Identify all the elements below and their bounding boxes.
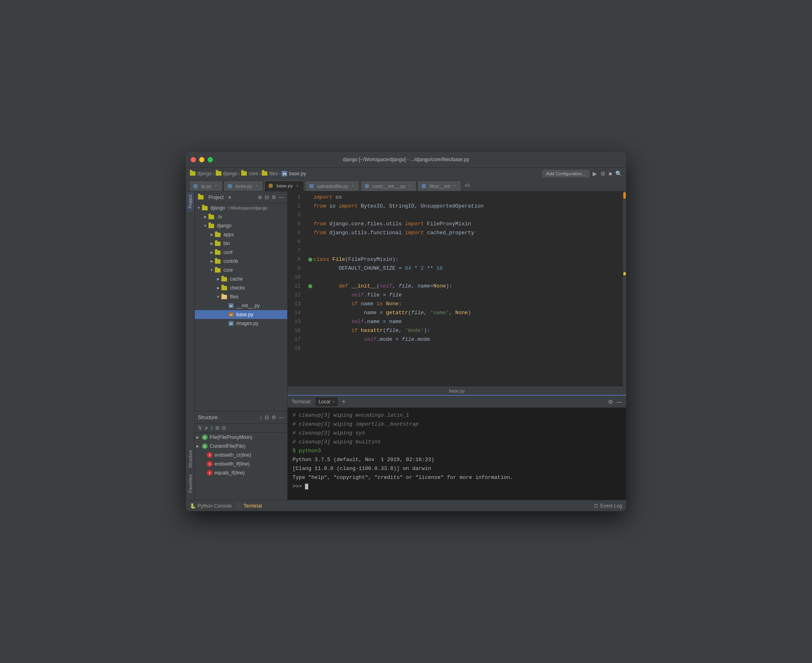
breadcrumb-sep2: › [239, 171, 240, 176]
code-editor[interactable]: 1 2 3 4 5 6 7 8 9 10 11 12 13 14 15 16 1 [288, 191, 626, 386]
terminal-close-icon[interactable]: × [332, 399, 334, 404]
struct-item-endswith-cr[interactable]: f endswith_cr(line) [195, 451, 287, 459]
file-icon: py [282, 171, 287, 176]
code-text-8a [329, 255, 332, 264]
side-tab-structure[interactable]: Structure [187, 447, 194, 471]
terminal-bottom-tab[interactable]: ⬛ Terminal [236, 503, 262, 509]
add-configuration-button[interactable]: Add Configuration... [543, 170, 589, 177]
tab-close-uploadedfile[interactable]: × [350, 184, 355, 189]
settings-icon[interactable]: ⚙ [271, 194, 276, 200]
struct-item-file[interactable]: ▶ C File(FileProxyMixin) [195, 433, 287, 442]
tree-item-cache[interactable]: ▶ cache [195, 275, 287, 283]
sidebar-dropdown[interactable]: ▼ [227, 195, 232, 200]
terminal-tab-name: Local [319, 399, 330, 405]
minimize-icon[interactable]: — [279, 194, 284, 200]
locate-icon[interactable]: ⊕ [258, 194, 262, 200]
structure-minimize-icon[interactable]: — [279, 414, 284, 420]
breakpoint-8[interactable] [308, 258, 312, 262]
structure-actions: ↕ ⊟ ⚙ — [260, 414, 284, 420]
side-tab-project[interactable]: Project [187, 191, 194, 212]
breadcrumb-basepy[interactable]: py base.py [282, 171, 306, 176]
sort-icon[interactable]: ⇅ [198, 425, 202, 431]
tab-close-filesinit[interactable]: × [452, 184, 457, 189]
maximize-button[interactable] [208, 157, 213, 162]
self-12: self [351, 291, 364, 300]
search-icon[interactable]: 🔍 [615, 170, 622, 177]
stop-icon[interactable]: ■ [609, 170, 612, 177]
sort-alpha-icon[interactable]: ↕ [260, 414, 263, 420]
struct-item-equals-lf[interactable]: f equals_lf(line) [195, 468, 287, 477]
info-icon[interactable]: ℹ [211, 425, 213, 431]
tree-item-conf[interactable]: ▶ conf [195, 248, 287, 257]
struct-badge-func-lf: f [207, 461, 212, 467]
code-content[interactable]: import os from io import BytesIO, String… [304, 191, 623, 386]
term-comment-4: # cleanup[3] wiping builtins [292, 439, 381, 445]
terminal-tab-local[interactable]: Local × [316, 397, 338, 406]
expand-icon[interactable]: ⊞ [215, 425, 219, 431]
func-hasattr-16: hasattr [361, 326, 383, 335]
sidebar-folder-icon [198, 195, 204, 199]
terminal-minimize-icon[interactable]: — [616, 399, 622, 405]
collapse-icon[interactable]: ⊟ [265, 194, 269, 200]
sort-type-icon[interactable]: ⊟ [265, 414, 269, 420]
terminal-add-button[interactable]: + [342, 398, 345, 405]
hierarchy-icon[interactable]: ⊟ [222, 425, 226, 431]
tab-tppy[interactable]: tp.py × [189, 180, 223, 191]
structure-settings-icon[interactable]: ⚙ [271, 414, 276, 420]
python-console-tab[interactable]: 🐍 Python Console [190, 503, 232, 509]
term-line-8: Type "help", "copyright", "credits" or "… [292, 473, 621, 482]
filter-icon[interactable]: ⊁ [204, 425, 208, 431]
breadcrumb-core[interactable]: core [241, 171, 258, 176]
tree-spacer-imagespy [223, 321, 228, 326]
tab-basepy[interactable]: base.py × [264, 180, 304, 191]
tree-item-files[interactable]: ▼ files [195, 292, 287, 301]
tree-item-django[interactable]: ▼ django [195, 221, 287, 230]
code-text-17b: .mode = [377, 335, 402, 344]
breadcrumb-bar: django › django › core › files › py base… [186, 167, 626, 179]
breadcrumb-django[interactable]: django [190, 171, 212, 176]
tree-item-checks[interactable]: ▶ checks [195, 283, 287, 292]
tab-close-tppy[interactable]: × [213, 184, 218, 189]
tree-item-contrib[interactable]: ▶ contrib [195, 257, 287, 266]
side-tab-favorites[interactable]: Favorites [187, 471, 194, 496]
term-comment-1: # cleanup[3] wiping encodings.latin_1 [292, 412, 409, 418]
struct-item-contentfile[interactable]: ▶ C ContentFile(File) [195, 442, 287, 451]
breadcrumb-label-core: core [248, 171, 258, 176]
tree-item-core[interactable]: ▼ core [195, 266, 287, 275]
tab-lockspy[interactable]: locks.py × [223, 180, 264, 191]
close-button[interactable] [191, 157, 196, 162]
tab-close-coreinit[interactable]: × [407, 184, 412, 189]
minimize-button[interactable] [199, 157, 204, 162]
tabs-overflow[interactable]: ≡3 [462, 183, 472, 188]
tab-label-filesinit: files/__init [429, 184, 450, 189]
run-icon[interactable]: ▶ [593, 170, 597, 177]
tab-close-basepy[interactable]: × [295, 183, 300, 188]
folder-icon-files [221, 295, 227, 299]
tree-item-root[interactable]: ▼ django ~/Workspace/django [195, 204, 287, 212]
bottom-bar-right[interactable]: 🗒 Event Log [594, 503, 622, 509]
tree-item-imagespy[interactable]: py images.py [195, 319, 287, 328]
terminal-settings-icon[interactable]: ⚙ [608, 399, 613, 405]
tree-item-apps[interactable]: ▶ apps [195, 230, 287, 239]
editor-scrollbar[interactable] [623, 191, 626, 386]
settings-icon[interactable]: ⚙ [600, 170, 606, 177]
scroll-thumb-mid [623, 272, 626, 275]
tab-uploadedfile[interactable]: uploadedfile.py × [305, 180, 360, 191]
tab-coreinit[interactable]: core/__init__.py × [360, 180, 417, 191]
struct-badge-class2: C [202, 443, 208, 449]
tab-close-lockspy[interactable]: × [254, 184, 259, 189]
left-side-tabs: Project Structure Favorites [186, 191, 195, 500]
breadcrumb-files[interactable]: files [262, 171, 278, 176]
tree-item-tx[interactable]: ▶ .tx [195, 212, 287, 221]
breadcrumb-django2[interactable]: django [216, 171, 238, 176]
tree-item-bin[interactable]: ▶ bin [195, 239, 287, 248]
tree-chevron-apps: ▶ [209, 232, 214, 237]
tree-item-init[interactable]: py __init__.py [195, 301, 287, 310]
code-text-12b: .file = [364, 291, 389, 300]
sidebar-toolbar: Project ▼ ⊕ ⊟ ⚙ — [195, 191, 287, 204]
struct-item-endswith-lf[interactable]: f endswith_lf(line) [195, 459, 287, 468]
tree-item-basepy[interactable]: py base.py [195, 310, 287, 319]
tab-filesinit[interactable]: files/__init × [417, 180, 461, 191]
tree-spacer-basepy [223, 312, 228, 317]
breakpoint-11[interactable] [308, 284, 312, 288]
